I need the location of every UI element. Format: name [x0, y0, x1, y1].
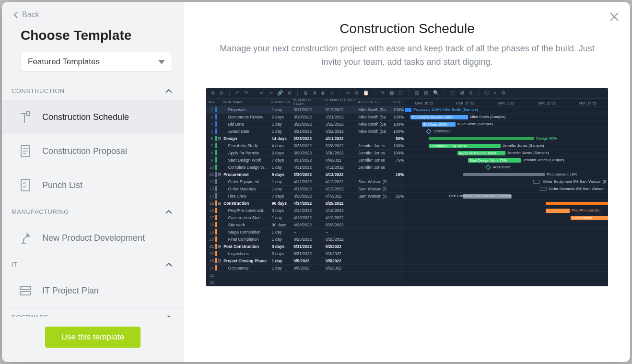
hammer-icon [17, 109, 34, 125]
preview-task-table: ALL TASK NAME DURATION PLANNED START... … [206, 99, 404, 286]
back-button[interactable]: Back [13, 11, 172, 19]
category-header-it[interactable]: IT [2, 255, 184, 274]
tool-icon: ⬚ [451, 91, 455, 95]
tool-icon: ⇤ [260, 91, 264, 95]
close-button[interactable] [609, 12, 620, 22]
col-task-name: TASK NAME [220, 100, 270, 104]
tool-icon: ⎙ [469, 91, 472, 95]
use-template-button[interactable]: Use this template [45, 327, 140, 348]
col-assigned: ASSIGNED ... [358, 100, 390, 104]
timeline-header: MAR, 20 '22 MAR, 27 '22 APR, 3 '22 APR, … [404, 99, 608, 106]
task-row: 13Order Materials1 day4/13/20224/13/2022… [206, 186, 404, 193]
task-row: 20Final Completion1 day8/25/20228/25/202… [206, 236, 404, 243]
task-row: 26 [206, 279, 404, 286]
choose-template-title: Choose Template [21, 28, 172, 43]
main-panel: Construction Schedule Manage your next c… [184, 2, 630, 362]
select-value: Featured Templates [28, 57, 100, 67]
template-item-construction-proposal[interactable]: Construction Proposal [2, 134, 184, 168]
sidebar: Back Choose Template Featured Templates … [2, 2, 184, 362]
task-row: 22Inspections3 days8/31/20229/2/2022 [206, 250, 404, 258]
template-chooser-modal: Back Choose Template Featured Templates … [2, 2, 630, 362]
task-row: 10Complete Design W...1 day4/11/20224/11… [206, 164, 404, 171]
chevron-up-icon [165, 89, 172, 93]
template-label: IT Project Plan [42, 286, 99, 296]
task-row: 21⊟Post Construction3 days8/31/20229/2/2… [206, 243, 404, 250]
tool-icon: ↷ [244, 91, 248, 95]
template-label: Construction Proposal [42, 146, 127, 156]
task-row: 2Proposals1 day3/17/20223/17/2022Mike Sm… [206, 106, 404, 114]
template-item-punch-list[interactable]: Punch List [2, 168, 184, 202]
task-row: 6⊟Design14 days3/23/20224/11/202280% [206, 135, 404, 142]
tool-icon: ◐ [321, 91, 326, 95]
template-item-new-product-development[interactable]: New Product Development [2, 221, 184, 255]
tool-icon: ◇ [330, 91, 334, 95]
task-row: 15⊟Construction96 days4/14/20228/25/2022 [206, 200, 404, 207]
tool-icon: ⇥ [269, 91, 272, 95]
col-duration: DURATION [270, 100, 293, 104]
category-label: IT [12, 261, 18, 268]
category-header-construction[interactable]: CONSTRUCTION [2, 82, 184, 100]
tool-icon: ▦ [389, 91, 394, 95]
task-row: 18Site work90 days4/20/20228/23/2022 [206, 222, 404, 229]
tool-icon: ↶ [235, 91, 239, 95]
task-row: 24Occupancy1 day9/5/20229/5/2022 [206, 265, 404, 272]
task-row: 5Award Date1 day3/22/20223/22/2022Mike S… [206, 128, 404, 135]
col-percent: PER... [390, 100, 404, 104]
category-label: CONSTRUCTION [12, 87, 65, 94]
tool-icon: ▥ [415, 91, 419, 95]
robot-arm-icon [17, 230, 34, 246]
svg-point-5 [22, 288, 23, 289]
col-planned-finish: PLANNED FINISH ... [325, 98, 358, 106]
tool-icon: ⧉ [355, 91, 358, 95]
task-row: 25 [206, 272, 404, 279]
tool-icon: ▤ [424, 91, 428, 95]
gantt-rows: Proposals 100% Mike Smith (Sample) Docum… [404, 106, 608, 286]
tool-icon: ⓘ [484, 91, 489, 95]
tool-icon: ☐ [398, 91, 403, 95]
tool-icon: 🔍 [433, 91, 439, 95]
category-label: SOFTWARE [12, 314, 48, 317]
tool-icon: ✎ [381, 91, 385, 95]
task-row: 9Start Design Work7 days3/31/20224/8/202… [206, 157, 404, 164]
sidebar-footer: Use this template [2, 317, 184, 362]
template-preview: ⊕ ⊖ ↶ ↷ ⇤ ⇥ 🔗 ⊘ 🗑 A ◐ ◇ ✂ ⧉ 📋 ✎ [206, 88, 608, 286]
tool-icon: ▿ [494, 91, 496, 95]
task-row: 17Construction Start ...1 day4/19/20224/… [206, 214, 404, 222]
preview-toolbar: ⊕ ⊖ ↶ ↷ ⇤ ⇥ 🔗 ⊘ 🗑 A ◐ ◇ ✂ ⧉ 📋 ✎ [206, 88, 608, 99]
chevron-left-icon [13, 12, 18, 18]
template-label: New Product Development [42, 233, 145, 243]
checklist-icon [17, 177, 34, 193]
tool-icon: ✂ [346, 91, 350, 95]
sidebar-header: Back Choose Template Featured Templates [2, 2, 184, 77]
svg-point-6 [22, 293, 23, 294]
template-category-select[interactable]: Featured Templates [21, 52, 172, 72]
chevron-up-icon [165, 316, 172, 317]
chevron-up-icon [165, 263, 172, 267]
tool-icon: 🔗 [277, 91, 283, 95]
tool-icon: 📋 [363, 91, 369, 95]
template-categories: CONSTRUCTION Construction Schedule Const… [2, 77, 184, 317]
task-row: 8Apply for Permits2 days3/29/20223/30/20… [206, 150, 404, 157]
template-item-construction-schedule[interactable]: Construction Schedule [2, 100, 184, 134]
template-item-it-project-plan[interactable]: IT Project Plan [2, 274, 184, 308]
tool-icon: 🗑 [304, 91, 308, 95]
col-all: ALL [208, 100, 215, 104]
tool-icon: ⊖ [220, 91, 223, 95]
back-label: Back [22, 11, 39, 19]
task-row: 7Feasibility Study4 days3/23/20223/28/20… [206, 142, 404, 150]
tool-icon: ⊘ [288, 91, 292, 95]
close-icon [609, 12, 620, 22]
task-row: 19Stage Completion1 day---- [206, 229, 404, 236]
task-row: 23⊟Project Closing Phase1 day9/5/20229/5… [206, 258, 404, 265]
task-row: 4Bid Date1 day3/22/20223/22/2022Mike Smi… [206, 121, 404, 128]
category-header-software[interactable]: SOFTWARE [2, 308, 184, 317]
template-label: Construction Schedule [42, 112, 129, 122]
tool-icon: A [313, 91, 316, 95]
template-label: Punch List [42, 180, 82, 190]
preview-gantt: MAR, 20 '22 MAR, 27 '22 APR, 3 '22 APR, … [404, 99, 608, 286]
task-row: 3Documents Review2 days3/18/20223/21/202… [206, 114, 404, 121]
category-header-manufacturing[interactable]: MANUFACTURING [2, 202, 184, 221]
task-row: 16Prep/Pre-constructi...3 days4/14/20224… [206, 207, 404, 214]
svg-rect-1 [21, 179, 30, 191]
col-planned-start: PLANNED START... [293, 98, 325, 106]
